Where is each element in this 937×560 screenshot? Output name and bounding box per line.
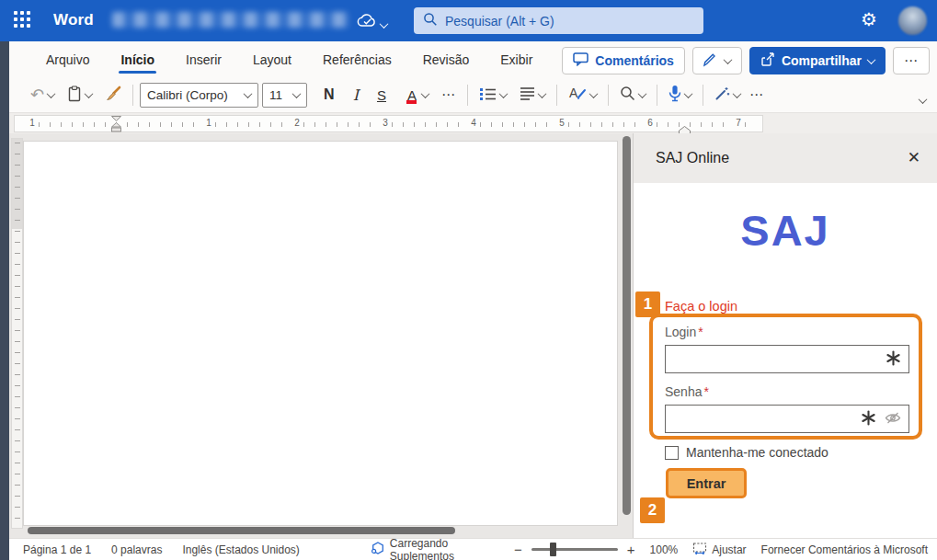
settings-gear-icon[interactable]: ⚙	[861, 8, 877, 30]
search-input[interactable]	[445, 14, 675, 29]
tab-layout[interactable]: Layout	[242, 44, 303, 75]
font-size-select[interactable]: 11	[262, 83, 307, 108]
divider	[703, 85, 703, 106]
toolbar-more-button[interactable]: ⋯	[745, 83, 769, 107]
font-color-button[interactable]: A	[397, 81, 433, 109]
zoom-level-status[interactable]: 100%	[650, 543, 679, 556]
horizontal-ruler[interactable]: 1 1 2 3 4 5 6 7	[14, 115, 763, 132]
magic-wand-icon	[714, 86, 730, 104]
title-chevron-down-icon[interactable]	[381, 17, 387, 31]
comments-label: Comentários	[595, 53, 674, 68]
indent-marker-icon[interactable]	[111, 116, 121, 135]
pen-icon	[703, 52, 718, 70]
page-count-status[interactable]: Página 1 de 1	[23, 543, 91, 556]
undo-button[interactable]: ↶	[26, 83, 59, 107]
eye-slash-icon[interactable]	[885, 411, 901, 428]
horizontal-scrollbar[interactable]	[28, 527, 455, 534]
vertical-ruler[interactable]	[11, 138, 23, 529]
align-justify-icon	[520, 86, 535, 103]
tab-exibir[interactable]: Exibir	[489, 44, 543, 75]
comment-bubble-icon	[573, 52, 588, 69]
paste-button[interactable]	[63, 82, 97, 109]
senha-input[interactable]	[673, 412, 861, 427]
entrar-button[interactable]: Entrar	[666, 468, 747, 498]
find-button[interactable]	[615, 82, 650, 108]
word-count-status[interactable]: 0 palavras	[111, 543, 162, 556]
search-box[interactable]	[414, 7, 703, 34]
chevron-down-icon	[723, 55, 732, 64]
zoom-slider-track[interactable]	[531, 548, 618, 551]
dictate-button[interactable]	[664, 81, 696, 109]
tab-referencias[interactable]: Referências	[312, 44, 403, 75]
login-field-label: Login*	[665, 325, 703, 339]
app-launcher-waffle-icon[interactable]	[14, 11, 34, 31]
font-name-select[interactable]: Calibri (Corpo)	[140, 83, 258, 108]
language-status[interactable]: Inglês (Estados Unidos)	[182, 543, 299, 556]
italic-button[interactable]: I	[346, 84, 366, 107]
required-asterisk: *	[698, 325, 703, 339]
tab-arquivo[interactable]: Arquivo	[35, 44, 100, 75]
chevron-down-icon	[292, 89, 302, 98]
editor-button[interactable]	[710, 82, 745, 108]
keep-connected-checkbox[interactable]	[665, 446, 679, 460]
editing-mode-button[interactable]	[692, 47, 742, 74]
login-input[interactable]	[673, 352, 886, 367]
styles-button[interactable]: A	[564, 82, 601, 108]
saj-logo: SAJ	[634, 205, 937, 256]
annotation-step-2-badge: 2	[640, 497, 665, 523]
ruler-number: 1	[28, 118, 37, 128]
fit-page-button[interactable]: Ajustar	[692, 543, 746, 557]
chevron-down-icon	[589, 89, 599, 98]
search-icon	[423, 12, 438, 29]
word-online-window: Word ⚙ Arquivo Início Inserir Layout Ref…	[0, 0, 937, 560]
document-page[interactable]	[23, 141, 618, 526]
bullet-list-icon	[479, 86, 497, 103]
feedback-link[interactable]: Fornecer Comentários à Microsoft	[761, 543, 928, 556]
font-more-button[interactable]: ⋯	[437, 83, 461, 107]
app-name: Word	[53, 11, 94, 29]
ruler-number: 6	[646, 118, 655, 128]
zoom-in-button[interactable]: +	[627, 542, 635, 557]
saj-online-task-pane: SAJ Online ✕ SAJ Faça o login 1 Login* S…	[633, 133, 937, 538]
ruler-number: 7	[734, 118, 743, 128]
tab-revisao[interactable]: Revisão	[412, 44, 481, 75]
microphone-icon	[668, 85, 681, 105]
collapse-ribbon-chevron-icon[interactable]	[920, 92, 926, 107]
bullet-list-button[interactable]	[474, 83, 511, 107]
status-bar: Página 1 de 1 0 palavras Inglês (Estados…	[9, 538, 937, 560]
window-left-edge	[0, 41, 9, 560]
ruler-number: 1	[204, 118, 213, 128]
chevron-down-icon	[244, 89, 253, 98]
font-name-value: Calibri (Corpo)	[147, 88, 228, 102]
document-title-redacted[interactable]	[112, 12, 349, 28]
required-field-asterisk-icon	[861, 410, 876, 429]
title-bar: Word ⚙	[0, 0, 937, 41]
cloud-saved-icon[interactable]	[357, 13, 377, 30]
user-avatar[interactable]	[898, 6, 927, 35]
keep-connected-row: Mantenha-me conectado	[665, 445, 828, 460]
tab-inserir[interactable]: Inserir	[175, 44, 233, 75]
comments-button[interactable]: Comentários	[562, 47, 685, 74]
undo-icon: ↶	[30, 86, 44, 103]
clipboard-icon	[67, 86, 82, 105]
divider	[467, 85, 468, 106]
bold-button[interactable]: N	[316, 84, 342, 106]
alignment-button[interactable]	[515, 83, 550, 107]
share-button[interactable]: Compartilhar	[749, 47, 886, 74]
close-icon[interactable]: ✕	[908, 148, 920, 167]
senha-input-wrapper	[665, 405, 909, 433]
vertical-scrollbar[interactable]	[623, 136, 631, 515]
format-painter-button[interactable]	[100, 82, 126, 109]
tab-inicio[interactable]: Início	[109, 44, 166, 75]
zoom-out-button[interactable]: −	[514, 542, 522, 557]
styles-a-brush-icon: A	[568, 86, 587, 104]
chevron-down-icon	[47, 89, 56, 98]
ruler-number: 5	[557, 118, 566, 128]
underline-button[interactable]: S	[370, 85, 394, 106]
divider	[657, 85, 657, 106]
ribbon-more-button[interactable]: ⋯	[893, 47, 930, 74]
chevron-down-icon	[499, 89, 508, 98]
ribbon-tab-bar: Arquivo Início Inserir Layout Referência…	[9, 41, 937, 77]
zoom-slider-thumb[interactable]	[550, 543, 556, 556]
fit-page-label: Ajustar	[712, 543, 746, 556]
